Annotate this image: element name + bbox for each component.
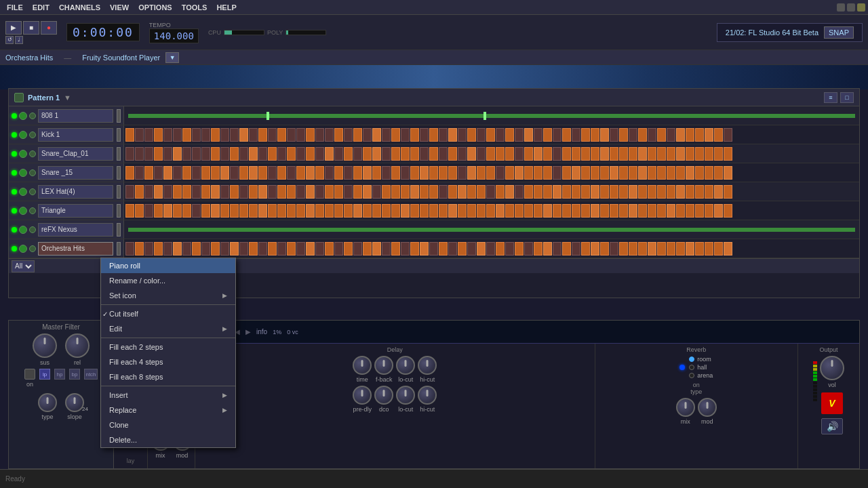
orch-18[interactable] [287, 242, 296, 256]
snare-s36[interactable] [458, 147, 467, 161]
hat-27[interactable] [372, 185, 381, 199]
snare-s4[interactable] [154, 147, 163, 161]
tri-6[interactable] [173, 204, 182, 218]
step-kick-46[interactable] [553, 128, 561, 142]
led-tri[interactable] [12, 208, 17, 214]
step-kick-58[interactable] [667, 128, 675, 142]
tri-28[interactable] [382, 204, 391, 218]
s15-32[interactable] [420, 166, 429, 180]
plugin-settings-btn[interactable]: ▼ [165, 52, 179, 63]
solo-tri[interactable] [29, 207, 36, 214]
snare-s24[interactable] [344, 147, 353, 161]
step-kick-56[interactable] [648, 128, 656, 142]
hat-34[interactable] [439, 185, 448, 199]
s15-29[interactable] [391, 166, 400, 180]
s15-49[interactable] [581, 166, 590, 180]
fback-knob[interactable] [374, 356, 393, 375]
hat-36[interactable] [458, 185, 467, 199]
orch-60[interactable] [686, 242, 694, 256]
menu-view[interactable]: VIEW [106, 2, 133, 13]
row-name-orchestra[interactable]: Orchestra Hits [38, 242, 113, 256]
channel-filter[interactable]: All [12, 260, 35, 272]
step-kick-23[interactable] [334, 128, 343, 142]
s15-5[interactable] [163, 166, 172, 180]
hat-55[interactable] [638, 185, 647, 199]
hat-7[interactable] [182, 185, 191, 199]
solo-snare15[interactable] [29, 169, 36, 176]
step-kick-59[interactable] [676, 128, 685, 142]
step-kick-53[interactable] [619, 128, 628, 142]
snare-s27[interactable] [372, 147, 381, 161]
ctx-piano-roll[interactable]: Piano roll [101, 258, 235, 273]
step-kick-40[interactable] [496, 128, 505, 142]
mute-hat[interactable] [19, 188, 27, 196]
snare-s22[interactable] [325, 147, 334, 161]
snare-s42[interactable] [515, 147, 524, 161]
step-kick-63[interactable] [714, 128, 723, 142]
s15-57[interactable] [657, 166, 666, 180]
step-kick-12[interactable] [230, 128, 239, 142]
hicut-knob[interactable] [418, 356, 437, 375]
tri-29[interactable] [391, 204, 400, 218]
tri-58[interactable] [667, 204, 675, 218]
pattern-view-btn1[interactable]: ≡ [824, 92, 837, 103]
s15-15[interactable] [258, 166, 267, 180]
close-btn[interactable] [857, 3, 865, 12]
step-kick-15[interactable] [258, 128, 267, 142]
step-kick-48[interactable] [572, 128, 580, 142]
tri-37[interactable] [467, 204, 476, 218]
play-button[interactable]: ▶ [5, 21, 22, 35]
step-kick-36[interactable] [458, 128, 467, 142]
step-kick-5[interactable] [163, 128, 172, 142]
ctx-set-icon[interactable]: Set icon ▶ [101, 288, 235, 303]
snare-s7[interactable] [182, 147, 191, 161]
tri-50[interactable] [591, 204, 599, 218]
row-name-snare[interactable]: Snare_Clap_01 [38, 147, 113, 161]
mute-kick[interactable] [19, 131, 27, 139]
s15-12[interactable] [230, 166, 239, 180]
hat-2[interactable] [135, 185, 144, 199]
hat-11[interactable] [220, 185, 229, 199]
s15-22[interactable] [325, 166, 334, 180]
solo-kick[interactable] [29, 131, 36, 138]
hat-18[interactable] [287, 185, 296, 199]
s15-58[interactable] [667, 166, 675, 180]
s15-45[interactable] [543, 166, 552, 180]
s15-38[interactable] [477, 166, 486, 180]
s15-44[interactable] [534, 166, 542, 180]
snare-s15[interactable] [258, 147, 267, 161]
tri-56[interactable] [648, 204, 656, 218]
tri-31[interactable] [410, 204, 419, 218]
orch-64[interactable] [724, 242, 732, 256]
s15-17[interactable] [277, 166, 286, 180]
orch-50[interactable] [591, 242, 599, 256]
row-name-808[interactable]: 808 1 [38, 109, 113, 123]
s15-18[interactable] [287, 166, 296, 180]
menu-file[interactable]: FILE [3, 2, 27, 13]
room-radio[interactable] [689, 357, 694, 362]
tri-51[interactable] [600, 204, 609, 218]
s15-2[interactable] [135, 166, 144, 180]
hat-63[interactable] [714, 185, 723, 199]
hat-32[interactable] [420, 185, 429, 199]
tri-26[interactable] [363, 204, 372, 218]
hat-60[interactable] [686, 185, 694, 199]
hat-16[interactable] [268, 185, 277, 199]
s15-9[interactable] [201, 166, 210, 180]
tri-38[interactable] [477, 204, 486, 218]
solo-orchestra[interactable] [29, 245, 36, 252]
ctx-replace[interactable]: Replace ▶ [101, 403, 235, 418]
maximize-btn[interactable] [847, 3, 855, 12]
s15-40[interactable] [496, 166, 505, 180]
orch-56[interactable] [648, 242, 656, 256]
ctx-delete[interactable]: Delete... [101, 432, 235, 447]
step-kick-37[interactable] [467, 128, 476, 142]
orch-31[interactable] [410, 242, 419, 256]
hat-6[interactable] [173, 185, 182, 199]
snare-s19[interactable] [296, 147, 305, 161]
led-nexus[interactable] [12, 227, 17, 232]
reverb-on-led[interactable] [679, 365, 685, 370]
tri-43[interactable] [524, 204, 533, 218]
orch-1[interactable] [125, 242, 134, 256]
time-knob[interactable] [353, 356, 372, 375]
